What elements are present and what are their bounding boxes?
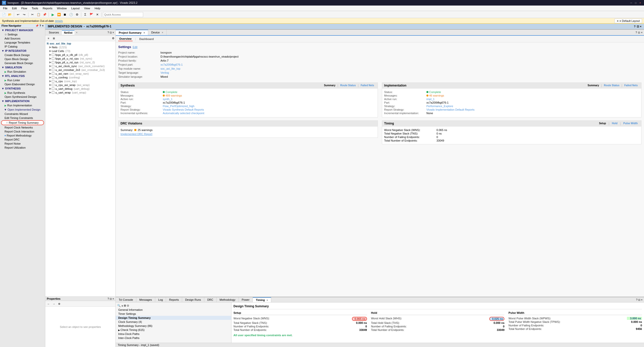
menu-file[interactable]: File bbox=[1, 6, 10, 10]
ps-help-icon[interactable]: ? bbox=[636, 31, 637, 34]
nav-report-noise[interactable]: Report Noise bbox=[0, 142, 45, 146]
nav-run-linter[interactable]: ▶ Run Linter bbox=[0, 78, 45, 82]
sources-help-icon[interactable]: ? bbox=[108, 31, 109, 34]
nav-report-drc[interactable]: Report DRC bbox=[0, 138, 45, 142]
nav-edit-timing[interactable]: Edit Timing Constraints bbox=[0, 116, 45, 120]
tb-redo[interactable]: ↪ bbox=[21, 12, 27, 17]
nav-report-timing-summary[interactable]: ⊙ Report Timing Summary bbox=[1, 120, 44, 125]
bottom-tab-methodology[interactable]: Methodology bbox=[217, 297, 239, 302]
nav-lang-templates[interactable]: Language Templates bbox=[0, 40, 45, 45]
bottom-tab-design-runs[interactable]: Design Runs bbox=[182, 297, 204, 302]
nav-add-sources[interactable]: Add Sources bbox=[0, 36, 45, 40]
props-help-icon[interactable]: ? bbox=[108, 297, 109, 300]
tab-project-summary[interactable]: Project Summary × bbox=[116, 30, 148, 35]
syn-strategy-value[interactable]: Flow_PerfOptimized_high bbox=[163, 105, 376, 108]
value-target-lang[interactable]: Verilog bbox=[160, 71, 641, 74]
device-tab-close[interactable]: × bbox=[162, 31, 163, 34]
tb-paste[interactable]: 📌 bbox=[42, 12, 47, 17]
nav-constraints-wizard[interactable]: Constraints Wizard bbox=[0, 112, 45, 116]
bottom-tab-reports[interactable]: Reports bbox=[166, 297, 182, 302]
timing-tab-setup[interactable]: Setup bbox=[597, 122, 608, 125]
impl-tab-failed[interactable]: Failed Nets bbox=[623, 84, 639, 87]
tree-fpga-clk[interactable]: ▶ fpga_pll_u_clk_pll (clk_pll) bbox=[45, 53, 115, 57]
tb-cut[interactable]: ✂ bbox=[30, 12, 35, 17]
menu-layout[interactable]: Layout bbox=[69, 6, 82, 10]
bottom-help-icon[interactable]: ? bbox=[636, 298, 638, 301]
tree-nets[interactable]: ▶ Nets (1215) bbox=[45, 45, 115, 49]
tree-leaf-cells[interactable]: ▶ Leaf Cells (73) bbox=[45, 49, 115, 53]
props-expand-icon[interactable]: ⊡ bbox=[110, 297, 112, 300]
menu-flow[interactable]: Flow bbox=[19, 6, 29, 10]
drc-report-link[interactable]: Implemented DRC Report bbox=[120, 133, 152, 136]
nav-run-simulation[interactable]: ▶ Run Simulation bbox=[0, 70, 45, 74]
nav-run-impl[interactable]: ▶ Run Implementation bbox=[0, 103, 45, 107]
ps-expand-icon[interactable]: ⊡ bbox=[638, 31, 640, 34]
bottom-filter-icon[interactable]: ≡ bbox=[122, 304, 123, 307]
bottom-tab-drc[interactable]: DRC bbox=[204, 297, 217, 302]
bottom-expand-icon2[interactable]: ⊞ bbox=[124, 304, 126, 307]
impl-help-icon[interactable]: ? bbox=[634, 25, 636, 28]
value-project-part[interactable]: xc7a200tfbg676-1 bbox=[160, 63, 641, 66]
tb-sigma[interactable]: Σ bbox=[83, 12, 88, 17]
props-back-icon[interactable]: ← bbox=[46, 301, 51, 306]
left-item-general[interactable]: General Information bbox=[116, 308, 231, 312]
syn-report-value[interactable]: Vivado Synthesis Default Reports bbox=[163, 108, 376, 111]
tb-settings[interactable]: ⚙ bbox=[74, 12, 80, 17]
tb-stop[interactable]: ⏹ bbox=[62, 12, 68, 17]
props-fwd-icon[interactable]: → bbox=[52, 301, 56, 306]
tb-cross[interactable]: ✕ bbox=[95, 12, 100, 17]
props-gear-icon[interactable]: ⚙ bbox=[57, 301, 61, 306]
close-btn[interactable]: × bbox=[638, 1, 642, 5]
bottom-tab-tcl[interactable]: Tcl Console bbox=[116, 297, 136, 302]
nav-settings[interactable]: ⚙ Settings bbox=[0, 32, 45, 36]
tab-netlist[interactable]: Netlist bbox=[62, 30, 74, 35]
syn-incr-value[interactable]: Automatically selected checkpoint bbox=[163, 112, 376, 115]
tree-uart-wrap[interactable]: ▶ u_uart_wrap (uart_wrap) bbox=[45, 91, 115, 94]
tree-fpga-rst-sys[interactable]: ▶ fpga_pll_u_rst_sys (rst_sync_0) bbox=[45, 60, 115, 64]
impl-tab-summary[interactable]: Summary bbox=[586, 84, 601, 87]
bottom-close-icon[interactable]: × bbox=[641, 298, 642, 301]
nav-open-block-design[interactable]: Open Block Design bbox=[0, 57, 45, 61]
nav-report-utilization[interactable]: Report Utilization bbox=[0, 146, 45, 150]
section-header-open-impl[interactable]: ▼ Open Implemented Design bbox=[0, 107, 45, 112]
bottom-dot-icon[interactable]: ⊙ bbox=[127, 304, 129, 307]
tb-new[interactable]: 📄 bbox=[1, 12, 7, 17]
syn-tab-route[interactable]: Route Status bbox=[339, 84, 357, 87]
section-header-simulation[interactable]: ▼ SIMULATION bbox=[0, 65, 45, 70]
tree-cpu[interactable]: ▶ u_cpu (core_top) bbox=[45, 79, 115, 83]
impl-close-icon[interactable]: × bbox=[640, 25, 641, 28]
notif-details-link[interactable]: details bbox=[55, 19, 63, 22]
bottom-tab-log[interactable]: Log bbox=[155, 297, 166, 302]
menu-help[interactable]: Help bbox=[93, 6, 102, 10]
subtab-overview[interactable]: Overview bbox=[118, 37, 133, 41]
nav-create-block-design[interactable]: Create Block Design bbox=[0, 53, 45, 57]
nav-open-elab[interactable]: Open Elaborated Design bbox=[0, 82, 45, 86]
nav-help-icon[interactable]: ? bbox=[39, 24, 41, 27]
impl-active-value[interactable]: impl_1 bbox=[426, 98, 639, 101]
nav-close-icon[interactable]: × bbox=[42, 24, 44, 27]
tree-fpga-rst-cpu[interactable]: ▶ fpga_pll_u_rst_cpu (rst_sync) bbox=[45, 57, 115, 60]
sources-gear-icon[interactable]: ⚙ bbox=[112, 37, 114, 40]
tree-cpu-axi[interactable]: ▶ u_cpu_axi_wrap (axi_wrap) bbox=[45, 83, 115, 87]
bottom-tab-power[interactable]: Power bbox=[239, 297, 253, 302]
syn-active-value[interactable]: synth_1 bbox=[163, 98, 376, 101]
expand-all-btn[interactable]: ⊞ bbox=[52, 36, 56, 40]
sources-close-icon[interactable]: × bbox=[112, 31, 114, 34]
tb-clock[interactable]: 🕐 bbox=[68, 12, 74, 17]
section-header-impl[interactable]: ▼ IMPLEMENTATION bbox=[0, 99, 45, 103]
section-header-synthesis[interactable]: ▼ SYNTHESIS bbox=[0, 86, 45, 91]
bottom-expand-icon[interactable]: ⊡ bbox=[638, 298, 640, 301]
tab-close-netlist[interactable]: × bbox=[76, 31, 77, 34]
search-input[interactable] bbox=[103, 12, 143, 17]
syn-tab-summary[interactable]: Summary bbox=[323, 84, 337, 87]
nav-report-clock-networks[interactable]: Report Clock Networks bbox=[0, 125, 45, 129]
ps-tab-close[interactable]: × bbox=[143, 31, 145, 34]
left-item-inter-clock[interactable]: Inter-Clock Paths bbox=[116, 336, 231, 340]
filter-btn[interactable]: ≡ bbox=[46, 36, 51, 40]
layout-selector[interactable]: ≡ ≡ Default Layout bbox=[615, 19, 642, 23]
timing-tab-pw[interactable]: Pulse Width bbox=[622, 122, 639, 125]
tree-axi-clock-sync[interactable]: ▶ u_axi_clock_sync (axi_clock_converter) bbox=[45, 64, 115, 68]
value-top-module[interactable]: soc_axi_lite_top bbox=[160, 67, 641, 70]
tree-uart-debug[interactable]: ▶ u_uart_debug (uart_debug) bbox=[45, 87, 115, 91]
minimize-btn[interactable]: ─ bbox=[629, 1, 633, 5]
